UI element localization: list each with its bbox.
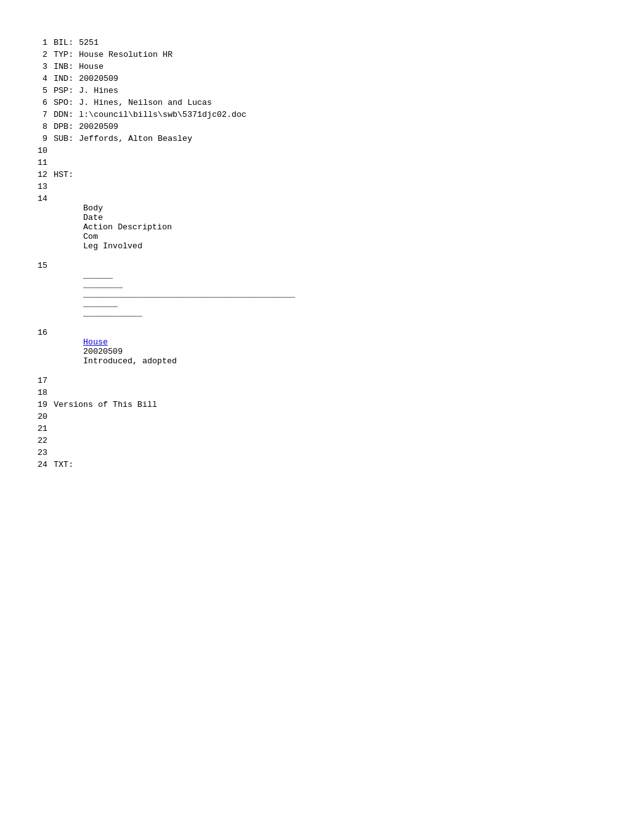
line-content-7: DDN:l:\council\bills\swb\5371djc02.doc — [54, 110, 612, 119]
line-content-22 — [54, 436, 612, 445]
ddn-value: l:\council\bills\swb\5371djc02.doc — [79, 110, 246, 119]
history-header: Body Date Action Description Com Leg Inv… — [54, 194, 612, 260]
line-5: 5 PSP:J. Hines — [32, 86, 612, 97]
line-num-20: 20 — [32, 412, 47, 421]
sub-value: Jeffords, Alton Beasley — [79, 134, 192, 143]
line-num-24: 24 — [32, 460, 47, 469]
line-24: 24 TXT: — [32, 460, 612, 471]
line-13: 13 — [32, 182, 612, 193]
bil-value: 5251 — [79, 38, 98, 47]
line-content-20 — [54, 412, 612, 421]
history-separator: ______ ________ ________________________… — [54, 261, 612, 327]
line-num-16: 16 — [32, 328, 47, 337]
line-1: 1 BIL:5251 — [32, 38, 612, 49]
line-11: 11 — [32, 158, 612, 169]
line-num-10: 10 — [32, 146, 47, 155]
typ-label: TYP: — [54, 50, 79, 59]
inb-value: House — [79, 62, 104, 71]
spo-value: J. Hines, Neilson and Lucas — [79, 98, 212, 107]
ddn-label: DDN: — [54, 110, 79, 119]
psp-label: PSP: — [54, 86, 79, 95]
line-4: 4 IND:20020509 — [32, 74, 612, 85]
line-num-19: 19 — [32, 400, 47, 409]
line-15: 15 ______ ________ _____________________… — [32, 261, 612, 327]
line-num-4: 4 — [32, 74, 47, 83]
psp-value: J. Hines — [79, 86, 118, 95]
row-body[interactable]: House — [83, 337, 124, 347]
row-date: 20020509 — [83, 347, 131, 356]
history-row: House 20020509 Introduced, adopted — [54, 328, 612, 375]
document-content: 1 BIL:5251 2 TYP:House Resolution HR 3 I… — [32, 38, 612, 471]
header-date: Date — [83, 213, 131, 222]
line-num-3: 3 — [32, 62, 47, 71]
line-9: 9 SUB:Jeffords, Alton Beasley — [32, 134, 612, 145]
line-num-15: 15 — [32, 261, 47, 270]
line-2: 2 TYP:House Resolution HR — [32, 50, 612, 61]
sep-action: ________________________________________… — [83, 289, 355, 299]
spo-label: SPO: — [54, 98, 79, 107]
line-num-5: 5 — [32, 86, 47, 95]
sub-label: SUB: — [54, 134, 79, 143]
line-num-22: 22 — [32, 436, 47, 445]
line-num-12: 12 — [32, 170, 47, 179]
dpb-value: 20020509 — [79, 122, 118, 131]
line-num-21: 21 — [32, 424, 47, 433]
line-17: 17 — [32, 376, 612, 387]
sep-leg: ____________ — [83, 308, 143, 318]
inb-label: INB: — [54, 62, 79, 71]
line-content-3: INB:House — [54, 62, 612, 71]
line-6: 6 SPO:J. Hines, Neilson and Lucas — [32, 98, 612, 109]
header-leg: Leg Involved — [83, 241, 143, 251]
line-num-14: 14 — [32, 194, 47, 203]
line-num-9: 9 — [32, 134, 47, 143]
row-action: Introduced, adopted — [83, 356, 355, 366]
sep-date: ________ — [83, 280, 131, 289]
line-content-10 — [54, 146, 612, 155]
line-content-18 — [54, 388, 612, 397]
line-16: 16 House 20020509 Introduced, adopted — [32, 328, 612, 375]
typ-value: House Resolution HR — [79, 50, 172, 59]
txt-label: TXT: — [54, 460, 79, 469]
line-19: 19 Versions of This Bill — [32, 400, 612, 411]
line-num-6: 6 — [32, 98, 47, 107]
line-content-4: IND:20020509 — [54, 74, 612, 83]
line-12: 12 HST: — [32, 170, 612, 181]
line-20: 20 — [32, 412, 612, 423]
sep-body: ______ — [83, 270, 124, 280]
header-action: Action Description — [83, 222, 355, 232]
ind-label: IND: — [54, 74, 79, 83]
line-10: 10 — [32, 146, 612, 157]
dpb-label: DPB: — [54, 122, 79, 131]
line-content-21 — [54, 424, 612, 433]
line-23: 23 — [32, 448, 612, 459]
line-content-23 — [54, 448, 612, 457]
line-num-1: 1 — [32, 38, 47, 47]
line-num-18: 18 — [32, 388, 47, 397]
line-3: 3 INB:House — [32, 62, 612, 73]
line-content-6: SPO:J. Hines, Neilson and Lucas — [54, 98, 612, 107]
line-content-9: SUB:Jeffords, Alton Beasley — [54, 134, 612, 143]
line-content-13 — [54, 182, 612, 191]
line-num-13: 13 — [32, 182, 47, 191]
line-22: 22 — [32, 436, 612, 447]
line-content-5: PSP:J. Hines — [54, 86, 612, 95]
line-content-24: TXT: — [54, 460, 612, 469]
line-num-17: 17 — [32, 376, 47, 385]
line-num-2: 2 — [32, 50, 47, 59]
line-num-7: 7 — [32, 110, 47, 119]
line-num-23: 23 — [32, 448, 47, 457]
header-com: Com — [83, 232, 128, 241]
bil-label: BIL: — [54, 38, 79, 47]
line-content-17 — [54, 376, 612, 385]
line-21: 21 — [32, 424, 612, 435]
line-8: 8 DPB:20020509 — [32, 122, 612, 133]
line-7: 7 DDN:l:\council\bills\swb\5371djc02.doc — [32, 110, 612, 121]
ind-value: 20020509 — [79, 74, 118, 83]
hst-label: HST: — [54, 170, 79, 179]
house-link[interactable]: House — [83, 337, 108, 347]
line-content-8: DPB:20020509 — [54, 122, 612, 131]
header-body: Body — [83, 203, 124, 213]
sep-com: _______ — [83, 299, 128, 308]
line-num-11: 11 — [32, 158, 47, 167]
versions-label: Versions of This Bill — [54, 400, 612, 409]
